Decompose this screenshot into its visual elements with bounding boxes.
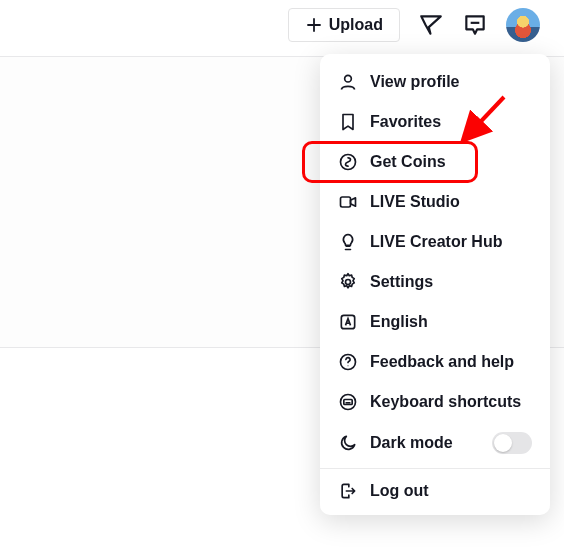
logout-icon <box>338 481 358 501</box>
upload-button[interactable]: Upload <box>288 8 400 42</box>
menu-label: Keyboard shortcuts <box>370 393 521 411</box>
menu-keyboard-shortcuts[interactable]: Keyboard shortcuts <box>320 382 550 422</box>
question-icon <box>338 352 358 372</box>
menu-settings[interactable]: Settings <box>320 262 550 302</box>
user-icon <box>338 72 358 92</box>
upload-label: Upload <box>329 16 383 34</box>
moon-icon <box>338 433 358 453</box>
video-icon <box>338 192 358 212</box>
menu-label: LIVE Creator Hub <box>370 233 502 251</box>
gear-icon <box>338 272 358 292</box>
svg-point-9 <box>348 365 349 366</box>
menu-separator <box>320 468 550 469</box>
menu-dark-mode[interactable]: Dark mode <box>320 422 550 464</box>
menu-label: Log out <box>370 482 429 500</box>
menu-label: Get Coins <box>370 153 446 171</box>
plus-icon <box>305 16 323 34</box>
avatar[interactable] <box>506 8 540 42</box>
menu-view-profile[interactable]: View profile <box>320 62 550 102</box>
dark-mode-toggle[interactable] <box>492 432 532 454</box>
menu-label: Dark mode <box>370 434 453 452</box>
menu-label: English <box>370 313 428 331</box>
menu-label: Feedback and help <box>370 353 514 371</box>
menu-label: View profile <box>370 73 460 91</box>
profile-dropdown: View profile Favorites Get Coins LIVE St… <box>320 54 550 515</box>
top-bar: Upload <box>288 8 540 42</box>
menu-get-coins[interactable]: Get Coins <box>320 142 550 182</box>
menu-label: Favorites <box>370 113 441 131</box>
bookmark-icon <box>338 112 358 132</box>
menu-language[interactable]: English <box>320 302 550 342</box>
coin-icon <box>338 152 358 172</box>
menu-live-studio[interactable]: LIVE Studio <box>320 182 550 222</box>
keyboard-icon <box>338 392 358 412</box>
svg-point-6 <box>346 280 351 285</box>
menu-favorites[interactable]: Favorites <box>320 102 550 142</box>
send-icon[interactable] <box>418 12 444 38</box>
svg-rect-5 <box>341 197 351 207</box>
inbox-icon[interactable] <box>462 12 488 38</box>
bulb-icon <box>338 232 358 252</box>
menu-live-creator-hub[interactable]: LIVE Creator Hub <box>320 222 550 262</box>
menu-label: LIVE Studio <box>370 193 460 211</box>
menu-logout[interactable]: Log out <box>320 471 550 511</box>
svg-point-3 <box>345 75 352 82</box>
menu-label: Settings <box>370 273 433 291</box>
menu-feedback[interactable]: Feedback and help <box>320 342 550 382</box>
language-icon <box>338 312 358 332</box>
